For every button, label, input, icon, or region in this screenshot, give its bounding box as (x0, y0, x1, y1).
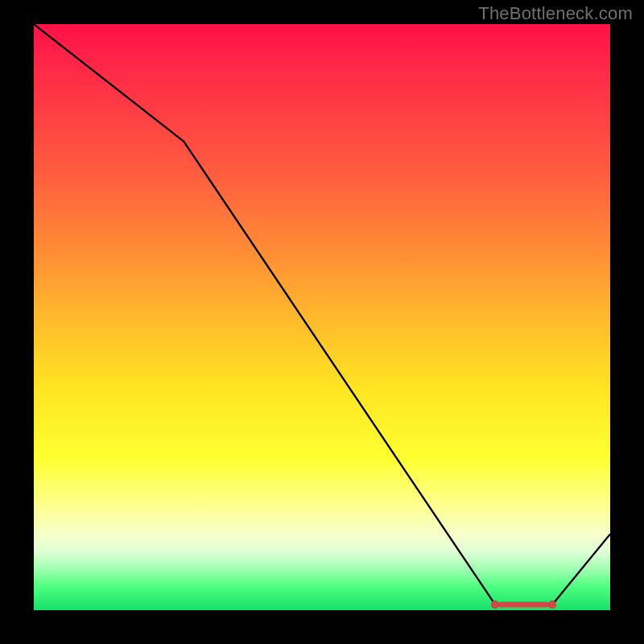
optimal-range-start-dot-icon (491, 601, 499, 609)
attribution-text: TheBottleneck.com (478, 3, 633, 24)
chart-root: TheBottleneck.com (0, 0, 644, 644)
optimal-range-end-dot-icon (548, 601, 556, 609)
curve-line (34, 24, 610, 610)
plot-area (34, 24, 610, 610)
optimal-range-bar (498, 601, 550, 607)
curve-path (34, 24, 610, 605)
